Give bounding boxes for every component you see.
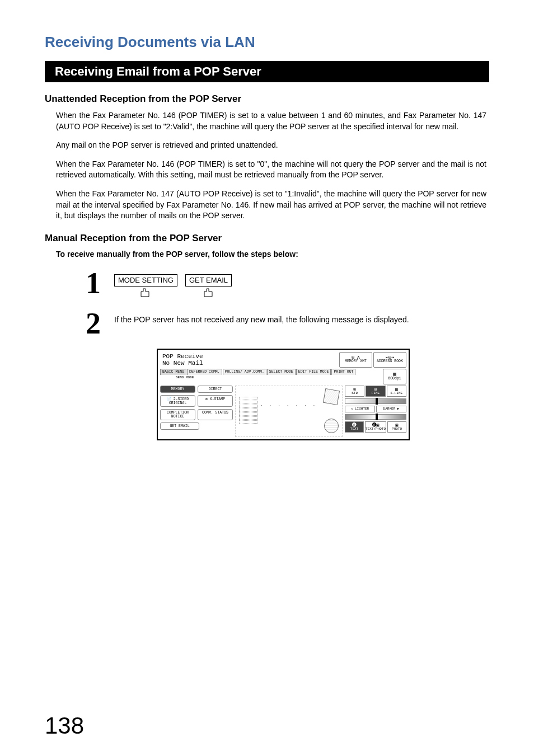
para: When the Fax Parameter No. 146 (POP TIME… [56, 159, 486, 181]
mode-photo-button[interactable]: ▣PHOTO [387, 421, 406, 433]
tab-basic-menu[interactable]: BASIC MENU [160, 369, 186, 375]
step-1: 1 MODE SETTING GET EMAIL [67, 270, 489, 299]
direct-button[interactable]: DIRECT [198, 386, 233, 393]
tab-deferred-comm[interactable]: DEFERRED COMM. [187, 369, 222, 375]
memory-button[interactable]: MEMORY [160, 386, 195, 393]
tab-select-mode[interactable]: SELECT MODE [267, 369, 296, 375]
resolution-fine-button[interactable]: ⊞FINE [366, 386, 385, 397]
globe-icon [324, 419, 339, 433]
density-slider[interactable] [345, 398, 406, 404]
subheading-manual: Manual Reception from the POP Server [45, 233, 489, 244]
comm-status-button[interactable]: COMM. STATUS [198, 409, 233, 420]
darker-button[interactable]: DARKER ▶ [376, 406, 406, 412]
step-number: 2 [67, 310, 101, 337]
point-hand-icon [202, 288, 216, 299]
get-email-button[interactable]: GET EMAIL [160, 422, 199, 430]
mode-textphoto-button[interactable]: 🅐▣TEXT/PHOTO [365, 421, 386, 433]
instruction-line: To receive manually from the POP server,… [56, 250, 489, 259]
resolution-std-button[interactable]: ⊞STD [345, 386, 364, 397]
subheading-unattended: Unattended Reception from the POP Server [45, 93, 489, 105]
lcd-status-area: POP Receive No New Mail [160, 352, 339, 368]
para: Any mail on the POP server is retrieved … [56, 140, 486, 151]
get-email-button: GET EMAIL [185, 274, 232, 299]
lcd-screen-figure: POP Receive No New Mail ⊞ A MEMORY XMT ⇤… [157, 349, 489, 440]
mode-text-button[interactable]: 🅐TEXT [345, 421, 364, 433]
tab-edit-file-mode[interactable]: EDIT FILE MODE [296, 369, 331, 375]
button-label: GET EMAIL [185, 274, 232, 287]
step-2-text: If the POP server has not received any n… [114, 310, 428, 326]
dpi-button[interactable]: ▦ 600dpi [383, 369, 406, 384]
completion-notice-button[interactable]: COMPLETION NOTICE [160, 409, 195, 420]
button-label: MODE SETTING [114, 274, 177, 287]
paper-stack-icon [239, 396, 258, 424]
lcd-tabs: BASIC MENU DEFERRED COMM. POLLING/ ADV.C… [160, 369, 383, 375]
lcd-preview-area: · · · · · · · [235, 386, 343, 437]
para: When the Fax Parameter No. 146 (POP TIME… [56, 110, 486, 132]
tab-polling-adv-comm[interactable]: POLLING/ ADV.COMM. [223, 369, 266, 375]
two-sided-original-button[interactable]: 📄 2-SIDED ORIGINAL [160, 395, 195, 407]
tab-print-out[interactable]: PRINT OUT [331, 369, 355, 375]
point-hand-icon [138, 288, 153, 299]
chapter-title: Receiving Documents via LAN [45, 34, 489, 51]
contrast-bar [345, 414, 406, 420]
step-number: 1 [67, 270, 101, 297]
lcd-status-line1: POP Receive [162, 353, 337, 360]
lcd-status-line2: No New Mail [162, 360, 337, 367]
section-title-bar: Receiving Email from a POP Server [45, 61, 489, 82]
page-number: 138 [45, 712, 84, 739]
lighter-button[interactable]: ◁ LIGHTER [345, 406, 375, 412]
mode-setting-button: MODE SETTING [114, 274, 177, 299]
x-stamp-button[interactable]: ✿ X-STAMP [198, 395, 233, 407]
address-book-button[interactable]: ⇤⊟⇥ ADDRESS BOOK [373, 352, 406, 368]
memory-xmt-button[interactable]: ⊞ A MEMORY XMT [339, 352, 372, 368]
step-2: 2 If the POP server has not received any… [67, 310, 489, 337]
send-mode-label: SEND MODE [176, 375, 383, 379]
dotted-path-icon: · · · · · · · [260, 403, 317, 408]
resolution-sfine-button[interactable]: ▦S-FINE [387, 386, 406, 397]
para: When the Fax Parameter No. 147 (AUTO POP… [56, 189, 486, 222]
scan-icon [323, 388, 340, 405]
